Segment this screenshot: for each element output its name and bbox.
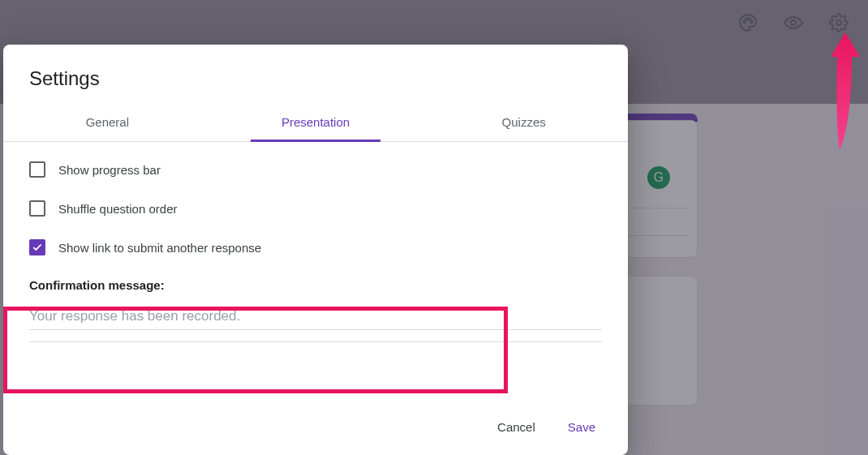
save-button[interactable]: Save bbox=[555, 414, 608, 440]
dialog-title: Settings bbox=[3, 45, 628, 103]
settings-dialog: Settings General Presentation Quizzes Sh… bbox=[3, 45, 628, 455]
option-submit-another-response: Show link to submit another response bbox=[29, 239, 602, 255]
divider bbox=[29, 341, 602, 342]
tab-quizzes[interactable]: Quizzes bbox=[419, 103, 628, 141]
tab-general[interactable]: General bbox=[3, 103, 212, 141]
checkbox-submit-another-response[interactable] bbox=[29, 239, 45, 255]
cancel-button[interactable]: Cancel bbox=[484, 414, 548, 440]
dialog-actions: Cancel Save bbox=[3, 399, 628, 455]
confirmation-message-input[interactable] bbox=[29, 303, 602, 330]
option-show-progress-bar: Show progress bar bbox=[29, 161, 602, 178]
checkbox-label: Show link to submit another response bbox=[58, 241, 261, 255]
confirmation-message-label: Confirmation message: bbox=[29, 278, 602, 292]
option-shuffle-question-order: Shuffle question order bbox=[29, 200, 602, 217]
dialog-body: Show progress bar Shuffle question order… bbox=[3, 142, 628, 399]
checkbox-shuffle-question-order[interactable] bbox=[29, 200, 45, 217]
checkbox-show-progress-bar[interactable] bbox=[29, 161, 45, 178]
tab-presentation[interactable]: Presentation bbox=[212, 103, 420, 141]
tabs: General Presentation Quizzes bbox=[3, 103, 628, 142]
checkbox-label: Show progress bar bbox=[58, 163, 161, 177]
checkbox-label: Shuffle question order bbox=[58, 202, 178, 216]
